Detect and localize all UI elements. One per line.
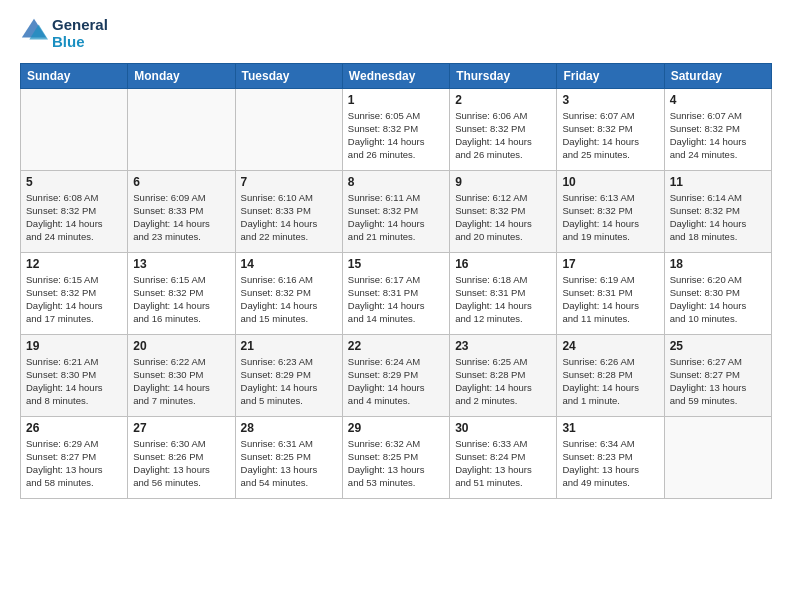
weekday-header-thursday: Thursday bbox=[450, 63, 557, 88]
day-info: Sunrise: 6:06 AM Sunset: 8:32 PM Dayligh… bbox=[455, 109, 551, 162]
day-number: 13 bbox=[133, 257, 229, 271]
day-info: Sunrise: 6:27 AM Sunset: 8:27 PM Dayligh… bbox=[670, 355, 766, 408]
calendar-table: SundayMondayTuesdayWednesdayThursdayFrid… bbox=[20, 63, 772, 499]
week-row-2: 5Sunrise: 6:08 AM Sunset: 8:32 PM Daylig… bbox=[21, 170, 772, 252]
logo: General Blue bbox=[20, 16, 108, 51]
day-number: 6 bbox=[133, 175, 229, 189]
day-number: 3 bbox=[562, 93, 658, 107]
calendar-cell: 29Sunrise: 6:32 AM Sunset: 8:25 PM Dayli… bbox=[342, 416, 449, 498]
day-info: Sunrise: 6:22 AM Sunset: 8:30 PM Dayligh… bbox=[133, 355, 229, 408]
day-info: Sunrise: 6:08 AM Sunset: 8:32 PM Dayligh… bbox=[26, 191, 122, 244]
day-info: Sunrise: 6:24 AM Sunset: 8:29 PM Dayligh… bbox=[348, 355, 444, 408]
calendar-cell: 21Sunrise: 6:23 AM Sunset: 8:29 PM Dayli… bbox=[235, 334, 342, 416]
weekday-header-tuesday: Tuesday bbox=[235, 63, 342, 88]
day-info: Sunrise: 6:21 AM Sunset: 8:30 PM Dayligh… bbox=[26, 355, 122, 408]
calendar-cell bbox=[21, 88, 128, 170]
week-row-1: 1Sunrise: 6:05 AM Sunset: 8:32 PM Daylig… bbox=[21, 88, 772, 170]
calendar-cell: 16Sunrise: 6:18 AM Sunset: 8:31 PM Dayli… bbox=[450, 252, 557, 334]
calendar-cell: 26Sunrise: 6:29 AM Sunset: 8:27 PM Dayli… bbox=[21, 416, 128, 498]
day-number: 15 bbox=[348, 257, 444, 271]
calendar-cell: 5Sunrise: 6:08 AM Sunset: 8:32 PM Daylig… bbox=[21, 170, 128, 252]
day-number: 8 bbox=[348, 175, 444, 189]
day-info: Sunrise: 6:29 AM Sunset: 8:27 PM Dayligh… bbox=[26, 437, 122, 490]
day-info: Sunrise: 6:15 AM Sunset: 8:32 PM Dayligh… bbox=[26, 273, 122, 326]
calendar-cell: 22Sunrise: 6:24 AM Sunset: 8:29 PM Dayli… bbox=[342, 334, 449, 416]
day-info: Sunrise: 6:25 AM Sunset: 8:28 PM Dayligh… bbox=[455, 355, 551, 408]
day-number: 16 bbox=[455, 257, 551, 271]
calendar-cell: 2Sunrise: 6:06 AM Sunset: 8:32 PM Daylig… bbox=[450, 88, 557, 170]
week-row-3: 12Sunrise: 6:15 AM Sunset: 8:32 PM Dayli… bbox=[21, 252, 772, 334]
calendar-cell: 13Sunrise: 6:15 AM Sunset: 8:32 PM Dayli… bbox=[128, 252, 235, 334]
calendar-cell: 4Sunrise: 6:07 AM Sunset: 8:32 PM Daylig… bbox=[664, 88, 771, 170]
day-number: 19 bbox=[26, 339, 122, 353]
day-number: 18 bbox=[670, 257, 766, 271]
day-info: Sunrise: 6:07 AM Sunset: 8:32 PM Dayligh… bbox=[670, 109, 766, 162]
day-info: Sunrise: 6:10 AM Sunset: 8:33 PM Dayligh… bbox=[241, 191, 337, 244]
day-number: 22 bbox=[348, 339, 444, 353]
calendar-cell: 30Sunrise: 6:33 AM Sunset: 8:24 PM Dayli… bbox=[450, 416, 557, 498]
day-number: 31 bbox=[562, 421, 658, 435]
day-number: 29 bbox=[348, 421, 444, 435]
weekday-header-monday: Monday bbox=[128, 63, 235, 88]
day-info: Sunrise: 6:05 AM Sunset: 8:32 PM Dayligh… bbox=[348, 109, 444, 162]
calendar-cell bbox=[664, 416, 771, 498]
header: General Blue bbox=[20, 16, 772, 51]
calendar-cell bbox=[128, 88, 235, 170]
day-info: Sunrise: 6:17 AM Sunset: 8:31 PM Dayligh… bbox=[348, 273, 444, 326]
day-number: 4 bbox=[670, 93, 766, 107]
calendar-cell: 20Sunrise: 6:22 AM Sunset: 8:30 PM Dayli… bbox=[128, 334, 235, 416]
calendar-cell: 12Sunrise: 6:15 AM Sunset: 8:32 PM Dayli… bbox=[21, 252, 128, 334]
day-info: Sunrise: 6:19 AM Sunset: 8:31 PM Dayligh… bbox=[562, 273, 658, 326]
calendar-cell: 9Sunrise: 6:12 AM Sunset: 8:32 PM Daylig… bbox=[450, 170, 557, 252]
day-number: 5 bbox=[26, 175, 122, 189]
calendar-cell: 17Sunrise: 6:19 AM Sunset: 8:31 PM Dayli… bbox=[557, 252, 664, 334]
weekday-header-saturday: Saturday bbox=[664, 63, 771, 88]
calendar-cell: 25Sunrise: 6:27 AM Sunset: 8:27 PM Dayli… bbox=[664, 334, 771, 416]
day-info: Sunrise: 6:26 AM Sunset: 8:28 PM Dayligh… bbox=[562, 355, 658, 408]
day-info: Sunrise: 6:12 AM Sunset: 8:32 PM Dayligh… bbox=[455, 191, 551, 244]
day-number: 24 bbox=[562, 339, 658, 353]
calendar-cell: 27Sunrise: 6:30 AM Sunset: 8:26 PM Dayli… bbox=[128, 416, 235, 498]
day-info: Sunrise: 6:16 AM Sunset: 8:32 PM Dayligh… bbox=[241, 273, 337, 326]
calendar-cell: 1Sunrise: 6:05 AM Sunset: 8:32 PM Daylig… bbox=[342, 88, 449, 170]
day-info: Sunrise: 6:32 AM Sunset: 8:25 PM Dayligh… bbox=[348, 437, 444, 490]
day-info: Sunrise: 6:31 AM Sunset: 8:25 PM Dayligh… bbox=[241, 437, 337, 490]
calendar-cell: 3Sunrise: 6:07 AM Sunset: 8:32 PM Daylig… bbox=[557, 88, 664, 170]
day-number: 17 bbox=[562, 257, 658, 271]
day-info: Sunrise: 6:18 AM Sunset: 8:31 PM Dayligh… bbox=[455, 273, 551, 326]
weekday-header-sunday: Sunday bbox=[21, 63, 128, 88]
calendar-cell: 7Sunrise: 6:10 AM Sunset: 8:33 PM Daylig… bbox=[235, 170, 342, 252]
day-number: 30 bbox=[455, 421, 551, 435]
calendar-cell: 31Sunrise: 6:34 AM Sunset: 8:23 PM Dayli… bbox=[557, 416, 664, 498]
day-number: 26 bbox=[26, 421, 122, 435]
day-number: 11 bbox=[670, 175, 766, 189]
weekday-header-row: SundayMondayTuesdayWednesdayThursdayFrid… bbox=[21, 63, 772, 88]
week-row-5: 26Sunrise: 6:29 AM Sunset: 8:27 PM Dayli… bbox=[21, 416, 772, 498]
day-number: 21 bbox=[241, 339, 337, 353]
day-info: Sunrise: 6:07 AM Sunset: 8:32 PM Dayligh… bbox=[562, 109, 658, 162]
day-info: Sunrise: 6:11 AM Sunset: 8:32 PM Dayligh… bbox=[348, 191, 444, 244]
weekday-header-friday: Friday bbox=[557, 63, 664, 88]
calendar-cell: 23Sunrise: 6:25 AM Sunset: 8:28 PM Dayli… bbox=[450, 334, 557, 416]
day-number: 27 bbox=[133, 421, 229, 435]
day-number: 1 bbox=[348, 93, 444, 107]
day-number: 20 bbox=[133, 339, 229, 353]
day-info: Sunrise: 6:14 AM Sunset: 8:32 PM Dayligh… bbox=[670, 191, 766, 244]
calendar-cell: 8Sunrise: 6:11 AM Sunset: 8:32 PM Daylig… bbox=[342, 170, 449, 252]
day-number: 25 bbox=[670, 339, 766, 353]
calendar-cell: 15Sunrise: 6:17 AM Sunset: 8:31 PM Dayli… bbox=[342, 252, 449, 334]
week-row-4: 19Sunrise: 6:21 AM Sunset: 8:30 PM Dayli… bbox=[21, 334, 772, 416]
day-number: 23 bbox=[455, 339, 551, 353]
calendar-cell: 24Sunrise: 6:26 AM Sunset: 8:28 PM Dayli… bbox=[557, 334, 664, 416]
day-info: Sunrise: 6:34 AM Sunset: 8:23 PM Dayligh… bbox=[562, 437, 658, 490]
calendar-cell: 18Sunrise: 6:20 AM Sunset: 8:30 PM Dayli… bbox=[664, 252, 771, 334]
day-number: 28 bbox=[241, 421, 337, 435]
calendar-cell bbox=[235, 88, 342, 170]
page: General Blue SundayMondayTuesdayWednesda… bbox=[0, 0, 792, 612]
weekday-header-wednesday: Wednesday bbox=[342, 63, 449, 88]
day-info: Sunrise: 6:09 AM Sunset: 8:33 PM Dayligh… bbox=[133, 191, 229, 244]
day-number: 14 bbox=[241, 257, 337, 271]
day-number: 9 bbox=[455, 175, 551, 189]
calendar-cell: 14Sunrise: 6:16 AM Sunset: 8:32 PM Dayli… bbox=[235, 252, 342, 334]
day-info: Sunrise: 6:15 AM Sunset: 8:32 PM Dayligh… bbox=[133, 273, 229, 326]
